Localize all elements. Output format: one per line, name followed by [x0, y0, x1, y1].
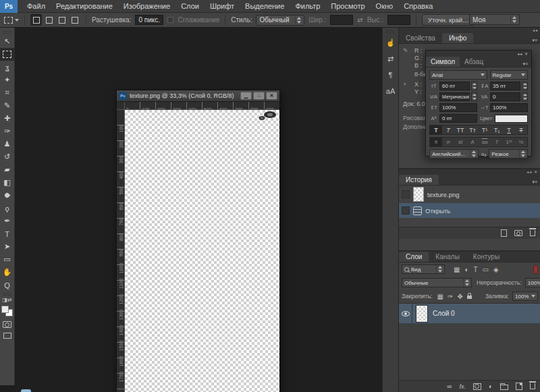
tracking-input[interactable]: 0	[490, 92, 520, 101]
layer-row[interactable]: Слой 0	[399, 304, 540, 324]
ligatures-button[interactable]: fi	[430, 138, 442, 146]
move-tool[interactable]: ↖	[0, 35, 15, 48]
fractions-button[interactable]: ½	[515, 138, 527, 146]
panel-menu-icon[interactable]: ▾≡	[529, 38, 540, 43]
panel-grip[interactable]	[387, 30, 395, 33]
healing-brush-tool[interactable]: ✚	[0, 112, 15, 125]
eraser-tool[interactable]: ▰	[0, 163, 15, 176]
refine-edge-button[interactable]: Уточн. край…	[422, 14, 475, 26]
new-adjustment-layer-icon[interactable]: ◐	[489, 383, 493, 390]
new-layer-icon[interactable]	[516, 383, 522, 390]
lock-transparency-icon[interactable]: ▦	[437, 293, 443, 300]
path-selection-tool[interactable]: ➤	[0, 240, 15, 253]
dock-panel-hand-icon[interactable]: ☝	[383, 34, 399, 51]
maximize-button[interactable]: □	[253, 92, 265, 100]
small-caps-button[interactable]: Tт	[466, 125, 479, 134]
height-input[interactable]	[387, 15, 410, 25]
tab-info[interactable]: Инфо	[442, 33, 474, 43]
ordinals-button[interactable]: 1ˢᵗ	[503, 138, 515, 146]
panel-grip[interactable]	[3, 293, 11, 296]
smoothing-dropdown[interactable]: Резкое	[489, 149, 528, 159]
lock-pixels-icon[interactable]: ✑	[448, 293, 453, 300]
filter-smart-object-icon[interactable]: ◈	[493, 266, 499, 273]
language-dropdown[interactable]: Английский...	[429, 149, 479, 159]
history-brush-tool[interactable]: ↺	[0, 150, 15, 163]
tab-paragraph[interactable]: Абзац	[460, 57, 488, 67]
filter-shape-icon[interactable]: ▭	[483, 266, 489, 273]
swash-button[interactable]: A	[466, 138, 479, 146]
strikethrough-button[interactable]: T	[515, 125, 527, 134]
menu-file[interactable]: Файл	[22, 0, 51, 13]
menu-select[interactable]: Выделение	[240, 0, 290, 13]
panel-menu-icon[interactable]: ▾≡	[519, 61, 531, 67]
eyedropper-tool[interactable]: ✎	[0, 99, 15, 112]
delete-layer-icon[interactable]	[530, 383, 535, 389]
tab-properties[interactable]: Свойства	[399, 33, 442, 43]
canvas[interactable]	[125, 110, 279, 392]
new-document-from-state-icon[interactable]	[501, 229, 507, 237]
intersect-selection-mode-button[interactable]	[69, 14, 80, 26]
tab-paths[interactable]: Контуры	[466, 252, 506, 262]
menu-layers[interactable]: Слои	[176, 0, 205, 13]
faux-bold-button[interactable]: T	[430, 125, 442, 134]
layer-filter-toggle[interactable]	[533, 265, 538, 274]
screen-mode-button[interactable]	[3, 333, 11, 339]
crop-tool[interactable]: ⌗	[0, 86, 15, 99]
antialias-checkbox[interactable]	[167, 17, 173, 23]
vertical-scale-input[interactable]: 100%	[439, 103, 477, 112]
tool-preset-picker[interactable]	[4, 17, 19, 24]
new-group-icon[interactable]	[500, 385, 508, 390]
ruler-origin[interactable]	[117, 102, 125, 110]
menu-filter[interactable]: Фильтр	[290, 0, 325, 13]
dropdown-arrows-icon[interactable]	[471, 82, 477, 90]
ps-logo[interactable]: Ps	[0, 0, 18, 13]
type-tool[interactable]: T	[0, 227, 15, 240]
style-dropdown[interactable]: Обычный	[256, 15, 304, 26]
feather-input[interactable]: 0 пикс.	[135, 15, 163, 25]
vertical-ruler[interactable]: 1002003004005006007008009001000110012001…	[117, 110, 125, 392]
titling-alternates-button[interactable]: T	[491, 138, 503, 146]
filter-image-icon[interactable]: ▦	[454, 266, 460, 273]
dock-panel-paragraph-styles-icon[interactable]: ¶	[383, 67, 399, 83]
font-size-input[interactable]: 60 пт	[439, 82, 470, 90]
faux-italic-button[interactable]: T	[442, 125, 454, 134]
character-panel[interactable]: ◂◂ ✕ Символ Абзац ▾≡ Arial Regular тT60 …	[425, 50, 532, 157]
dropdown-arrows-icon[interactable]	[522, 92, 528, 101]
blend-mode-dropdown[interactable]: Обычные	[402, 278, 472, 287]
history-state-row[interactable]: Открыть	[399, 203, 540, 218]
quick-mask-button[interactable]	[3, 321, 11, 328]
horizontal-ruler[interactable]: 01002003004005006007008009001	[125, 102, 279, 110]
filter-type-icon[interactable]: T	[474, 266, 478, 273]
history-brush-source[interactable]	[402, 190, 410, 198]
subtract-selection-mode-button[interactable]	[56, 14, 68, 26]
new-selection-mode-button[interactable]	[30, 14, 42, 26]
delete-state-icon[interactable]	[530, 230, 535, 236]
foreground-color-swatch[interactable]	[1, 306, 9, 313]
kerning-input[interactable]: Метрический	[439, 92, 470, 101]
color-swatches[interactable]	[1, 306, 13, 316]
menu-help[interactable]: Справка	[398, 0, 438, 13]
contextual-alternates-button[interactable]: ơ	[442, 138, 454, 146]
zoom-tool[interactable]: Q	[0, 279, 15, 291]
font-style-dropdown[interactable]: Regular	[490, 70, 528, 80]
menu-view[interactable]: Просмотр	[325, 0, 370, 13]
baseline-shift-input[interactable]: 0 пт	[439, 114, 477, 123]
document-title-bar[interactable]: Ps texture.png @ 33,3% (Слой 0, RGB/8) ▁…	[117, 90, 279, 102]
stylistic-alternates-button[interactable]: aa	[479, 138, 491, 146]
dock-panel-character-styles-icon[interactable]: aA	[383, 83, 399, 99]
minimize-button[interactable]: ▁	[240, 92, 252, 100]
magic-wand-tool[interactable]: ✦	[0, 74, 15, 86]
add-layer-mask-icon[interactable]	[473, 383, 481, 390]
menu-image[interactable]: Изображение	[118, 0, 176, 13]
brush-tool[interactable]: ✑	[0, 125, 15, 138]
gradient-tool[interactable]: ◧	[0, 176, 15, 189]
link-layers-icon[interactable]: ∞	[447, 383, 452, 390]
rectangle-tool[interactable]: ▭	[0, 253, 15, 266]
discretionary-ligatures-button[interactable]: st	[454, 138, 466, 146]
new-snapshot-icon[interactable]	[514, 230, 522, 236]
underline-button[interactable]: T	[503, 125, 515, 134]
panel-menu-icon[interactable]: ▾≡	[529, 179, 540, 185]
hand-tool[interactable]: ✋	[0, 266, 15, 279]
menu-window[interactable]: Окно	[371, 0, 399, 13]
superscript-button[interactable]: T¹	[479, 125, 491, 134]
